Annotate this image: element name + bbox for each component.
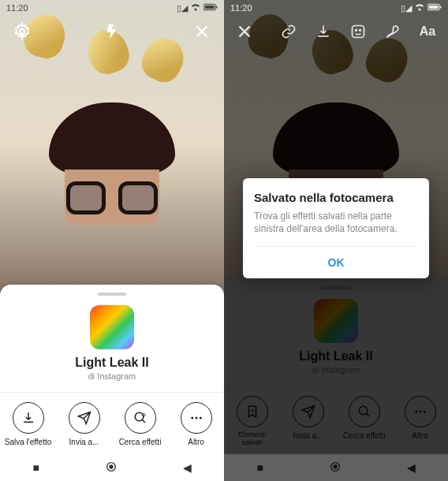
battery-icon	[427, 3, 442, 13]
status-time: 11:20	[230, 3, 252, 13]
svg-point-6	[195, 417, 197, 419]
flash-icon[interactable]	[101, 21, 123, 43]
search-effects-button[interactable]: Cerca effetti	[112, 399, 168, 449]
svg-point-9	[109, 464, 113, 468]
send-icon	[69, 402, 100, 434]
svg-point-3	[20, 29, 24, 34]
saved-confirmation-dialog: Salvato nella fotocamera Trova gli effet…	[243, 178, 429, 278]
dialog-ok-button[interactable]: OK	[254, 246, 418, 278]
signal-icon: ▯◢	[401, 3, 412, 13]
effect-title: Light Leak II	[0, 356, 224, 370]
home-icon[interactable]	[105, 460, 118, 475]
svg-point-5	[191, 417, 193, 419]
recent-apps-icon[interactable]: ■	[32, 461, 39, 474]
dialog-body: Trova gli effetti salvati nella parte si…	[254, 210, 418, 235]
svg-rect-1	[216, 6, 218, 9]
svg-rect-12	[429, 6, 439, 9]
effect-bottom-sheet: Light Leak II di Instagram Salva l'effet…	[0, 285, 224, 454]
svg-point-4	[135, 412, 144, 421]
svg-point-14	[356, 30, 357, 32]
search-sparkle-icon	[125, 402, 156, 434]
svg-point-7	[199, 417, 201, 419]
battery-icon	[203, 3, 218, 13]
link-icon[interactable]	[278, 21, 300, 43]
back-icon[interactable]: ◀	[183, 461, 192, 474]
status-time: 11:20	[6, 3, 28, 13]
download-icon[interactable]	[312, 21, 334, 43]
android-nav-bar: ■ ◀	[0, 454, 224, 481]
save-effect-button[interactable]: Salva l'effetto	[0, 399, 56, 449]
svg-rect-13	[353, 26, 364, 38]
sticker-icon[interactable]	[347, 21, 369, 43]
close-icon[interactable]	[233, 21, 256, 43]
dialog-title: Salvato nella fotocamera	[254, 191, 418, 204]
effect-thumbnail[interactable]	[90, 305, 134, 349]
camera-top-controls	[0, 21, 224, 43]
status-bar: 11:20 ▯◢	[0, 0, 224, 16]
wifi-icon	[415, 3, 424, 13]
drag-handle[interactable]	[98, 293, 126, 296]
download-icon	[13, 402, 44, 434]
text-tool-icon[interactable]: Aa	[416, 21, 439, 43]
face-preview	[41, 103, 183, 260]
close-icon[interactable]	[191, 21, 213, 43]
right-screenshot: 11:20 ▯◢ Aa	[224, 0, 448, 481]
left-screenshot: 11:20 ▯◢ Light Leak II di Instagram	[0, 0, 224, 481]
signal-icon: ▯◢	[177, 3, 188, 13]
draw-icon[interactable]	[382, 21, 404, 43]
settings-icon[interactable]	[11, 21, 33, 43]
effect-author: di Instagram	[0, 371, 224, 381]
wifi-icon	[191, 3, 200, 13]
send-to-button[interactable]: Invia a...	[56, 399, 112, 449]
effect-actions-row: Salva l'effetto Invia a... Cerca effetti…	[0, 392, 224, 449]
svg-rect-11	[440, 6, 442, 9]
story-top-controls: Aa	[224, 21, 448, 43]
svg-point-15	[360, 30, 361, 32]
more-button[interactable]: Altro	[168, 399, 224, 449]
svg-rect-2	[205, 6, 215, 9]
status-bar: 11:20 ▯◢	[224, 0, 448, 16]
more-icon	[181, 402, 212, 434]
